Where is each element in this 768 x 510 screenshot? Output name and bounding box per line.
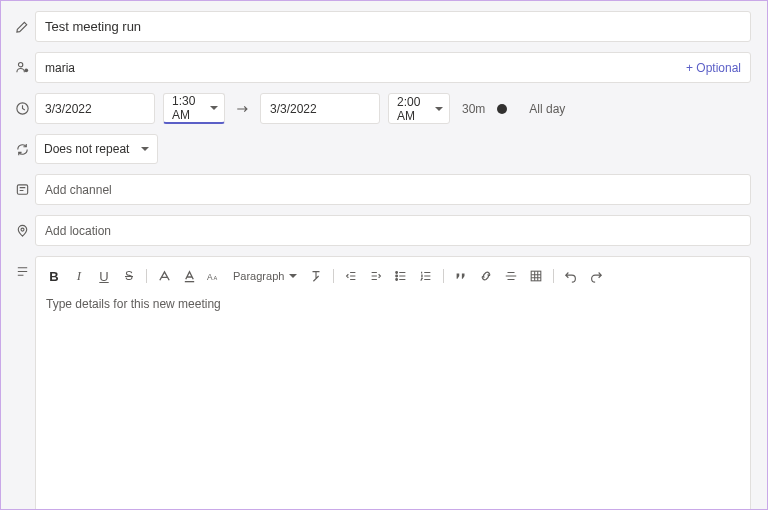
people-icon [15, 60, 30, 75]
location-icon [15, 223, 30, 238]
chevron-down-icon [141, 147, 149, 151]
svg-point-7 [396, 272, 398, 274]
hr-button[interactable] [503, 268, 519, 284]
svg-rect-10 [532, 271, 542, 281]
svg-rect-3 [17, 185, 27, 194]
clock-icon [15, 101, 30, 116]
redo-button[interactable] [588, 268, 604, 284]
svg-point-1 [24, 68, 28, 72]
separator [553, 269, 554, 283]
numbered-list-button[interactable] [418, 268, 434, 284]
separator [146, 269, 147, 283]
highlight-button[interactable] [156, 268, 172, 284]
svg-point-9 [396, 279, 398, 281]
attendees-input[interactable]: maria [35, 52, 751, 83]
end-time-select[interactable]: 2:00 AM [388, 93, 450, 124]
font-color-button[interactable] [181, 268, 197, 284]
strikethrough-button[interactable]: S [121, 268, 137, 284]
link-button[interactable] [478, 268, 494, 284]
quote-button[interactable] [453, 268, 469, 284]
location-input[interactable]: Add location [35, 215, 751, 246]
italic-button[interactable]: I [71, 268, 87, 284]
channel-icon [15, 182, 30, 197]
start-time-select[interactable]: 1:30 AM [163, 93, 225, 124]
title-input[interactable]: Test meeting run [35, 11, 751, 42]
description-editor[interactable]: B I U S AA Paragraph [35, 256, 751, 510]
start-date-input[interactable]: 3/3/2022 [35, 93, 155, 124]
svg-point-0 [18, 63, 22, 67]
indent-decrease-button[interactable] [343, 268, 359, 284]
table-button[interactable] [528, 268, 544, 284]
clear-formatting-button[interactable] [308, 268, 324, 284]
title-text: Test meeting run [45, 19, 141, 34]
end-date-input[interactable]: 3/3/2022 [260, 93, 380, 124]
svg-text:A: A [207, 272, 213, 282]
bold-button[interactable]: B [46, 268, 62, 284]
recurrence-icon [15, 142, 30, 157]
duration-label: 30m [458, 102, 489, 116]
attendee-value: maria [45, 61, 75, 75]
description-icon [15, 264, 30, 279]
chevron-down-icon [435, 107, 443, 111]
edit-icon [15, 19, 30, 34]
status-dot [497, 104, 507, 114]
paragraph-style-select[interactable]: Paragraph [231, 270, 299, 282]
editor-toolbar: B I U S AA Paragraph [46, 265, 740, 287]
svg-point-8 [396, 275, 398, 277]
optional-attendees-link[interactable]: + Optional [686, 61, 741, 75]
chevron-down-icon [210, 106, 218, 110]
recurrence-select[interactable]: Does not repeat [35, 134, 158, 164]
indent-increase-button[interactable] [368, 268, 384, 284]
channel-input[interactable]: Add channel [35, 174, 751, 205]
font-size-button[interactable]: AA [206, 268, 222, 284]
svg-text:A: A [213, 275, 217, 281]
description-textarea[interactable]: Type details for this new meeting [46, 297, 740, 510]
undo-button[interactable] [563, 268, 579, 284]
underline-button[interactable]: U [96, 268, 112, 284]
separator [333, 269, 334, 283]
separator [443, 269, 444, 283]
svg-point-4 [21, 228, 24, 231]
all-day-toggle[interactable]: All day [515, 102, 565, 116]
chevron-down-icon [289, 274, 297, 278]
arrow-right-icon [233, 102, 252, 116]
bulleted-list-button[interactable] [393, 268, 409, 284]
